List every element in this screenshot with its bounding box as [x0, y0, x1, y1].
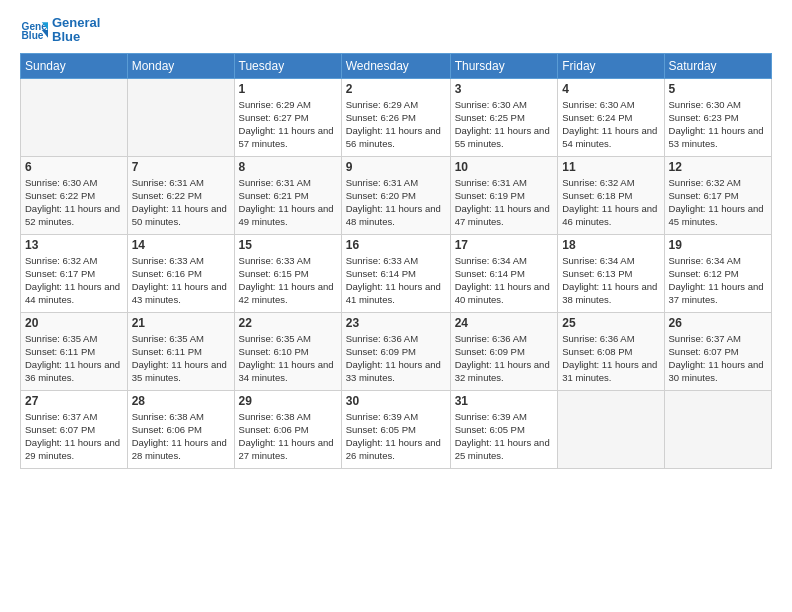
day-number: 7: [132, 160, 230, 174]
day-info: Sunrise: 6:35 AMSunset: 6:11 PMDaylight:…: [132, 332, 230, 385]
day-info: Sunrise: 6:31 AMSunset: 6:20 PMDaylight:…: [346, 176, 446, 229]
calendar-cell: 19Sunrise: 6:34 AMSunset: 6:12 PMDayligh…: [664, 234, 771, 312]
day-number: 10: [455, 160, 554, 174]
day-number: 30: [346, 394, 446, 408]
logo-subtext: Blue: [52, 30, 100, 44]
calendar-cell: 8Sunrise: 6:31 AMSunset: 6:21 PMDaylight…: [234, 156, 341, 234]
day-info: Sunrise: 6:34 AMSunset: 6:14 PMDaylight:…: [455, 254, 554, 307]
day-number: 22: [239, 316, 337, 330]
day-info: Sunrise: 6:36 AMSunset: 6:08 PMDaylight:…: [562, 332, 659, 385]
day-info: Sunrise: 6:37 AMSunset: 6:07 PMDaylight:…: [25, 410, 123, 463]
weekday-header: Sunday: [21, 53, 128, 78]
calendar-cell: 14Sunrise: 6:33 AMSunset: 6:16 PMDayligh…: [127, 234, 234, 312]
header: General Blue General Blue: [20, 16, 772, 45]
day-number: 5: [669, 82, 767, 96]
calendar-cell: 1Sunrise: 6:29 AMSunset: 6:27 PMDaylight…: [234, 78, 341, 156]
day-number: 17: [455, 238, 554, 252]
calendar-week-row: 1Sunrise: 6:29 AMSunset: 6:27 PMDaylight…: [21, 78, 772, 156]
calendar-cell: 24Sunrise: 6:36 AMSunset: 6:09 PMDayligh…: [450, 312, 558, 390]
day-info: Sunrise: 6:31 AMSunset: 6:22 PMDaylight:…: [132, 176, 230, 229]
weekday-header: Thursday: [450, 53, 558, 78]
calendar-week-row: 20Sunrise: 6:35 AMSunset: 6:11 PMDayligh…: [21, 312, 772, 390]
calendar-cell: 17Sunrise: 6:34 AMSunset: 6:14 PMDayligh…: [450, 234, 558, 312]
calendar-cell: [558, 390, 664, 468]
day-info: Sunrise: 6:32 AMSunset: 6:17 PMDaylight:…: [25, 254, 123, 307]
day-info: Sunrise: 6:38 AMSunset: 6:06 PMDaylight:…: [239, 410, 337, 463]
calendar-week-row: 6Sunrise: 6:30 AMSunset: 6:22 PMDaylight…: [21, 156, 772, 234]
calendar-cell: 25Sunrise: 6:36 AMSunset: 6:08 PMDayligh…: [558, 312, 664, 390]
day-number: 11: [562, 160, 659, 174]
weekday-header: Monday: [127, 53, 234, 78]
calendar-cell: 21Sunrise: 6:35 AMSunset: 6:11 PMDayligh…: [127, 312, 234, 390]
day-number: 14: [132, 238, 230, 252]
calendar-table: SundayMondayTuesdayWednesdayThursdayFrid…: [20, 53, 772, 469]
calendar-cell: 7Sunrise: 6:31 AMSunset: 6:22 PMDaylight…: [127, 156, 234, 234]
day-info: Sunrise: 6:30 AMSunset: 6:25 PMDaylight:…: [455, 98, 554, 151]
day-info: Sunrise: 6:30 AMSunset: 6:24 PMDaylight:…: [562, 98, 659, 151]
day-number: 13: [25, 238, 123, 252]
page: General Blue General Blue SundayMondayTu…: [0, 0, 792, 479]
day-info: Sunrise: 6:29 AMSunset: 6:27 PMDaylight:…: [239, 98, 337, 151]
day-number: 31: [455, 394, 554, 408]
day-number: 8: [239, 160, 337, 174]
day-number: 24: [455, 316, 554, 330]
day-number: 3: [455, 82, 554, 96]
day-number: 28: [132, 394, 230, 408]
day-number: 19: [669, 238, 767, 252]
calendar-cell: 22Sunrise: 6:35 AMSunset: 6:10 PMDayligh…: [234, 312, 341, 390]
calendar-cell: 30Sunrise: 6:39 AMSunset: 6:05 PMDayligh…: [341, 390, 450, 468]
calendar-cell: 11Sunrise: 6:32 AMSunset: 6:18 PMDayligh…: [558, 156, 664, 234]
day-info: Sunrise: 6:39 AMSunset: 6:05 PMDaylight:…: [346, 410, 446, 463]
calendar-cell: 23Sunrise: 6:36 AMSunset: 6:09 PMDayligh…: [341, 312, 450, 390]
day-number: 27: [25, 394, 123, 408]
calendar-cell: 15Sunrise: 6:33 AMSunset: 6:15 PMDayligh…: [234, 234, 341, 312]
day-info: Sunrise: 6:35 AMSunset: 6:11 PMDaylight:…: [25, 332, 123, 385]
day-info: Sunrise: 6:37 AMSunset: 6:07 PMDaylight:…: [669, 332, 767, 385]
calendar-cell: 3Sunrise: 6:30 AMSunset: 6:25 PMDaylight…: [450, 78, 558, 156]
day-info: Sunrise: 6:36 AMSunset: 6:09 PMDaylight:…: [346, 332, 446, 385]
day-number: 16: [346, 238, 446, 252]
day-info: Sunrise: 6:36 AMSunset: 6:09 PMDaylight:…: [455, 332, 554, 385]
day-info: Sunrise: 6:33 AMSunset: 6:16 PMDaylight:…: [132, 254, 230, 307]
weekday-header: Wednesday: [341, 53, 450, 78]
day-info: Sunrise: 6:30 AMSunset: 6:22 PMDaylight:…: [25, 176, 123, 229]
calendar-cell: [664, 390, 771, 468]
calendar-cell: 9Sunrise: 6:31 AMSunset: 6:20 PMDaylight…: [341, 156, 450, 234]
calendar-cell: 12Sunrise: 6:32 AMSunset: 6:17 PMDayligh…: [664, 156, 771, 234]
calendar-week-row: 13Sunrise: 6:32 AMSunset: 6:17 PMDayligh…: [21, 234, 772, 312]
day-info: Sunrise: 6:31 AMSunset: 6:19 PMDaylight:…: [455, 176, 554, 229]
calendar-cell: 10Sunrise: 6:31 AMSunset: 6:19 PMDayligh…: [450, 156, 558, 234]
day-number: 2: [346, 82, 446, 96]
logo: General Blue General Blue: [20, 16, 100, 45]
day-info: Sunrise: 6:33 AMSunset: 6:15 PMDaylight:…: [239, 254, 337, 307]
day-info: Sunrise: 6:33 AMSunset: 6:14 PMDaylight:…: [346, 254, 446, 307]
svg-text:Blue: Blue: [22, 31, 44, 42]
day-info: Sunrise: 6:38 AMSunset: 6:06 PMDaylight:…: [132, 410, 230, 463]
calendar-week-row: 27Sunrise: 6:37 AMSunset: 6:07 PMDayligh…: [21, 390, 772, 468]
day-number: 29: [239, 394, 337, 408]
calendar-cell: [127, 78, 234, 156]
day-number: 6: [25, 160, 123, 174]
calendar-cell: 16Sunrise: 6:33 AMSunset: 6:14 PMDayligh…: [341, 234, 450, 312]
weekday-header: Tuesday: [234, 53, 341, 78]
weekday-header: Saturday: [664, 53, 771, 78]
calendar-cell: 29Sunrise: 6:38 AMSunset: 6:06 PMDayligh…: [234, 390, 341, 468]
calendar-cell: 31Sunrise: 6:39 AMSunset: 6:05 PMDayligh…: [450, 390, 558, 468]
calendar-header-row: SundayMondayTuesdayWednesdayThursdayFrid…: [21, 53, 772, 78]
day-number: 4: [562, 82, 659, 96]
day-number: 1: [239, 82, 337, 96]
calendar-cell: 18Sunrise: 6:34 AMSunset: 6:13 PMDayligh…: [558, 234, 664, 312]
day-info: Sunrise: 6:35 AMSunset: 6:10 PMDaylight:…: [239, 332, 337, 385]
day-info: Sunrise: 6:30 AMSunset: 6:23 PMDaylight:…: [669, 98, 767, 151]
day-number: 9: [346, 160, 446, 174]
calendar-cell: 26Sunrise: 6:37 AMSunset: 6:07 PMDayligh…: [664, 312, 771, 390]
day-info: Sunrise: 6:31 AMSunset: 6:21 PMDaylight:…: [239, 176, 337, 229]
calendar-cell: 20Sunrise: 6:35 AMSunset: 6:11 PMDayligh…: [21, 312, 128, 390]
day-number: 21: [132, 316, 230, 330]
calendar-cell: 27Sunrise: 6:37 AMSunset: 6:07 PMDayligh…: [21, 390, 128, 468]
calendar-cell: 4Sunrise: 6:30 AMSunset: 6:24 PMDaylight…: [558, 78, 664, 156]
day-number: 12: [669, 160, 767, 174]
day-number: 18: [562, 238, 659, 252]
day-info: Sunrise: 6:32 AMSunset: 6:18 PMDaylight:…: [562, 176, 659, 229]
calendar-cell: 6Sunrise: 6:30 AMSunset: 6:22 PMDaylight…: [21, 156, 128, 234]
